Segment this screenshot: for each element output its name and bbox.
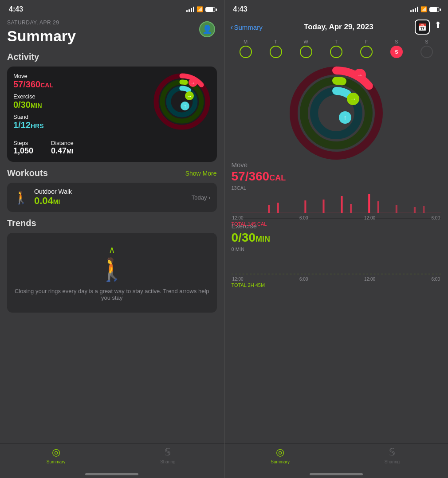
week-day-w: W	[291, 39, 321, 58]
exercise-chart-y-label: 0 MIN	[232, 247, 244, 252]
right-status-icons: 📶	[410, 6, 439, 12]
svg-text:↑: ↑	[343, 114, 346, 121]
svg-rect-27	[304, 200, 306, 213]
big-rings-svg: → → ↑	[287, 64, 385, 162]
nav-sharing[interactable]: 𝕊 Sharing	[112, 447, 224, 464]
svg-rect-34	[413, 207, 415, 213]
big-rings-container: → → ↑	[224, 60, 448, 157]
activity-card[interactable]: Move 57/360CAL Exercise 0/30MIN Stand	[7, 67, 217, 162]
svg-text:→: →	[187, 93, 192, 99]
right-time: 4:43	[233, 5, 248, 13]
exercise-value: 0/30MIN	[13, 100, 53, 110]
right-exercise-value: 0/30MIN	[232, 231, 441, 245]
activity-stats: Move 57/360CAL Exercise 0/30MIN Stand	[13, 73, 53, 130]
exercise-chart: 0 MIN 12:00 6:00 12:00 6:00 TOTAL 2H 45M	[232, 247, 441, 273]
rings-svg: → → ↑	[153, 73, 211, 130]
show-more-button[interactable]: Show More	[185, 170, 217, 177]
calendar-icon[interactable]: 📅	[415, 20, 430, 35]
stand-stat: Stand 1/12HRS	[13, 114, 53, 130]
battery-icon	[205, 7, 215, 12]
workout-card[interactable]: 🚶 Outdoor Walk 0.04MI Today ›	[7, 183, 217, 212]
svg-rect-29	[341, 196, 342, 213]
activity-section-title: Activity	[7, 52, 217, 62]
week-ring-t1[interactable]	[270, 46, 282, 58]
week-ring-m[interactable]	[240, 46, 252, 58]
distance-label: Distance	[51, 140, 74, 146]
summary-icon: ◎	[52, 447, 60, 458]
right-exercise-section: Exercise 0/30MIN 0 MIN 12:00 6:00 12:00 …	[232, 222, 441, 273]
exercise-stat: Exercise 0/30MIN	[13, 93, 53, 110]
right-sharing-label: Sharing	[385, 459, 400, 464]
trends-card: ∧ 🚶 Closing your rings every day is a gr…	[7, 233, 217, 313]
exercise-chart-x-labels: 12:00 6:00 12:00 6:00	[232, 277, 441, 282]
distance-stat: Distance 0.47MI	[51, 140, 74, 156]
week-day-t1: T	[261, 39, 291, 58]
date-label: SATURDAY, APR 29	[7, 20, 217, 26]
activity-top: Move 57/360CAL Exercise 0/30MIN Stand	[13, 73, 211, 130]
week-row: M T W T F S S S	[224, 37, 448, 60]
exercise-chart-total: TOTAL 2H 45M	[232, 282, 441, 288]
trends-text: Closing your rings every day is a great …	[14, 288, 210, 301]
week-day-s2: S	[412, 39, 442, 58]
stand-value: 1/12HRS	[13, 120, 53, 130]
steps-label: Steps	[13, 140, 33, 146]
walk-icon: 🚶	[13, 190, 29, 205]
right-bottom-nav: ◎ Summary 𝕊 Sharing	[224, 443, 448, 473]
trends-arrow-icon: ∧	[109, 244, 115, 255]
week-day-s1: S S	[381, 39, 412, 58]
right-nav-sharing[interactable]: 𝕊 Sharing	[336, 447, 448, 464]
svg-rect-26	[277, 203, 279, 213]
steps-stat: Steps 1,050	[13, 140, 33, 156]
signal-bar-4	[193, 7, 194, 12]
detail-title: Today, Apr 29, 2023	[266, 23, 411, 31]
week-ring-s2[interactable]	[420, 46, 433, 58]
left-bottom-nav: ◎ Summary 𝕊 Sharing	[0, 443, 224, 473]
move-stat: Move 57/360CAL	[13, 73, 53, 90]
signal-bar-2	[189, 9, 190, 12]
share-icon[interactable]: ⬆	[434, 20, 442, 35]
workouts-title: Workouts	[7, 168, 48, 178]
week-circle-today[interactable]: S	[390, 46, 403, 58]
move-label: Move	[13, 73, 53, 79]
move-value: 57/360CAL	[13, 79, 53, 90]
distance-value: 0.47MI	[51, 146, 74, 156]
svg-rect-25	[268, 205, 270, 213]
wifi-icon: 📶	[196, 6, 203, 12]
svg-rect-32	[377, 201, 379, 213]
left-content: 👤 SATURDAY, APR 29 Summary Activity Move…	[0, 16, 224, 443]
week-ring-w[interactable]	[300, 46, 312, 58]
right-wifi-icon: 📶	[420, 6, 427, 12]
workouts-section-header: Workouts Show More	[7, 168, 217, 178]
week-day-f: F	[351, 39, 381, 58]
right-summary-label: Summary	[271, 459, 290, 464]
move-chart-total: TOTAL 145 CAL	[232, 221, 441, 227]
back-chevron-icon: ‹	[231, 23, 233, 32]
right-sharing-icon: 𝕊	[389, 447, 395, 458]
right-home-indicator	[310, 473, 363, 475]
activity-rings: → → ↑	[153, 73, 211, 130]
week-ring-f[interactable]	[360, 46, 373, 58]
right-signal-bars-icon	[410, 7, 418, 12]
svg-text:→: →	[357, 71, 363, 78]
summary-label: Summary	[47, 459, 66, 464]
right-nav-summary[interactable]: ◎ Summary	[224, 447, 336, 464]
profile-icon[interactable]: 👤	[199, 21, 215, 37]
home-indicator	[85, 473, 138, 475]
right-status-bar: 4:43 📶	[224, 0, 448, 16]
svg-rect-28	[322, 200, 324, 213]
nav-summary[interactable]: ◎ Summary	[0, 447, 112, 464]
left-status-bar: 4:43 📶	[0, 0, 224, 16]
trends-title: Trends	[7, 218, 217, 228]
right-stats: Move 57/360CAL 13CAL	[224, 157, 448, 283]
svg-rect-33	[395, 205, 397, 213]
week-ring-t2[interactable]	[330, 46, 342, 58]
right-move-section: Move 57/360CAL 13CAL	[232, 161, 441, 212]
sharing-label: Sharing	[160, 459, 175, 464]
workout-info: Outdoor Walk 0.04MI	[34, 188, 186, 207]
signal-bars-icon	[186, 7, 194, 12]
right-panel: 4:43 📶 ‹ Summary Today, Apr 29, 2023 📅 ⬆	[224, 0, 448, 478]
back-button[interactable]: ‹ Summary	[231, 23, 263, 32]
right-header: ‹ Summary Today, Apr 29, 2023 📅 ⬆	[224, 16, 448, 37]
svg-text:→: →	[350, 95, 356, 102]
signal-bar-1	[186, 10, 188, 12]
